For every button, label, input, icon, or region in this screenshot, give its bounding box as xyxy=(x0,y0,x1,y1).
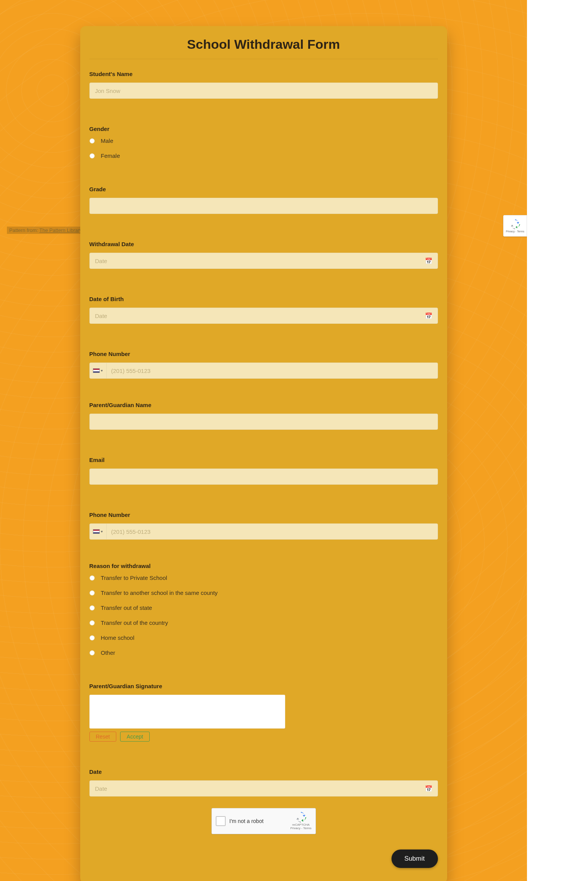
form-card: School Withdrawal Form Student's Name Ge… xyxy=(80,26,447,881)
signature-accept-button[interactable]: Accept xyxy=(120,732,150,742)
signature-pad[interactable] xyxy=(89,695,285,729)
chevron-down-icon: ▾ xyxy=(101,530,103,533)
radio-label: Transfer out of state xyxy=(101,604,152,611)
radio-gender-male[interactable]: Male xyxy=(89,137,438,144)
input-email[interactable] xyxy=(89,469,438,485)
label-withdrawal-date: Withdrawal Date xyxy=(89,241,438,247)
radio-label: Home school xyxy=(101,634,135,641)
radio-label: Female xyxy=(101,152,120,159)
field-student-name: Student's Name xyxy=(89,71,438,99)
label-grade: Grade xyxy=(89,186,438,192)
radio-reason-same-county[interactable]: Transfer to another school in the same c… xyxy=(89,590,438,596)
field-dob: Date of Birth 📅 xyxy=(89,296,438,324)
credit-link[interactable]: The Pattern Library xyxy=(40,227,82,233)
radio-reason-private[interactable]: Transfer to Private School xyxy=(89,575,438,581)
submit-button[interactable]: Submit xyxy=(391,850,438,868)
label-dob: Date of Birth xyxy=(89,296,438,302)
recaptcha-icon xyxy=(510,219,520,229)
recaptcha-label: I'm not a robot xyxy=(230,818,287,824)
radio-reason-out-state[interactable]: Transfer out of state xyxy=(89,604,438,611)
flag-us-icon xyxy=(93,529,100,534)
pattern-credit: Pattern from: The Pattern Library xyxy=(7,227,84,234)
label-student-name: Student's Name xyxy=(89,71,438,77)
radio-gender-female[interactable]: Female xyxy=(89,152,438,159)
recaptcha-terms: Privacy - Terms xyxy=(291,827,312,830)
field-reason: Reason for withdrawal Transfer to Privat… xyxy=(89,563,438,656)
label-parent-name: Parent/Guardian Name xyxy=(89,402,438,408)
radio-reason-other[interactable]: Other xyxy=(89,649,438,656)
radio-dot-icon xyxy=(89,635,95,641)
label-date: Date xyxy=(89,768,438,775)
recaptcha-badge: reCAPTCHA Privacy - Terms xyxy=(291,812,312,830)
recaptcha-float-badge[interactable]: Privacy - Terms xyxy=(503,215,527,237)
label-phone-2: Phone Number xyxy=(89,512,438,518)
label-phone-1: Phone Number xyxy=(89,351,438,357)
field-grade: Grade xyxy=(89,186,438,214)
country-selector[interactable]: ▾ xyxy=(90,363,107,378)
signature-reset-button[interactable]: Reset xyxy=(89,732,117,742)
right-blank-panel xyxy=(527,0,588,881)
radio-label: Transfer out of the country xyxy=(101,619,168,626)
radio-dot-icon xyxy=(89,605,95,611)
radio-label: Male xyxy=(101,137,114,144)
country-selector[interactable]: ▾ xyxy=(90,524,107,539)
input-grade[interactable] xyxy=(89,198,438,214)
radio-label: Transfer to Private School xyxy=(101,575,167,581)
recaptcha-checkbox[interactable] xyxy=(216,816,226,826)
radio-dot-icon xyxy=(89,650,95,656)
recaptcha-widget[interactable]: I'm not a robot reCAPTCHA Privacy - Term… xyxy=(211,808,316,834)
field-gender: Gender Male Female xyxy=(89,126,438,159)
recaptcha-float-terms: Privacy - Terms xyxy=(506,230,524,233)
input-parent-name[interactable] xyxy=(89,414,438,430)
radio-dot-icon xyxy=(89,575,95,581)
recaptcha-icon xyxy=(296,812,306,823)
label-gender: Gender xyxy=(89,126,438,132)
page-title: School Withdrawal Form xyxy=(89,37,438,59)
radio-label: Other xyxy=(101,649,116,656)
chevron-down-icon: ▾ xyxy=(101,369,103,373)
label-email: Email xyxy=(89,457,438,463)
input-date[interactable] xyxy=(89,780,438,797)
label-reason: Reason for withdrawal xyxy=(89,563,438,569)
field-phone-1: Phone Number ▾ xyxy=(89,351,438,379)
input-phone-2[interactable] xyxy=(107,524,438,539)
label-signature: Parent/Guardian Signature xyxy=(89,683,438,689)
credit-prefix: Pattern from: xyxy=(9,227,40,233)
field-signature: Parent/Guardian Signature Reset Accept xyxy=(89,683,438,742)
field-date: Date 📅 xyxy=(89,768,438,797)
input-withdrawal-date[interactable] xyxy=(89,253,438,269)
field-parent-name: Parent/Guardian Name xyxy=(89,402,438,430)
radio-dot-icon xyxy=(89,138,95,144)
radio-label: Transfer to another school in the same c… xyxy=(101,590,218,596)
page-background: Pattern from: The Pattern Library School… xyxy=(0,0,527,881)
input-dob[interactable] xyxy=(89,308,438,324)
radio-reason-home-school[interactable]: Home school xyxy=(89,634,438,641)
radio-dot-icon xyxy=(89,620,95,626)
field-withdrawal-date: Withdrawal Date 📅 xyxy=(89,241,438,269)
input-phone-1[interactable] xyxy=(107,363,438,378)
flag-us-icon xyxy=(93,368,100,373)
field-phone-2: Phone Number ▾ xyxy=(89,512,438,540)
radio-reason-out-country[interactable]: Transfer out of the country xyxy=(89,619,438,626)
radio-dot-icon xyxy=(89,153,95,159)
field-email: Email xyxy=(89,457,438,485)
input-student-name[interactable] xyxy=(89,83,438,99)
radio-dot-icon xyxy=(89,590,95,596)
